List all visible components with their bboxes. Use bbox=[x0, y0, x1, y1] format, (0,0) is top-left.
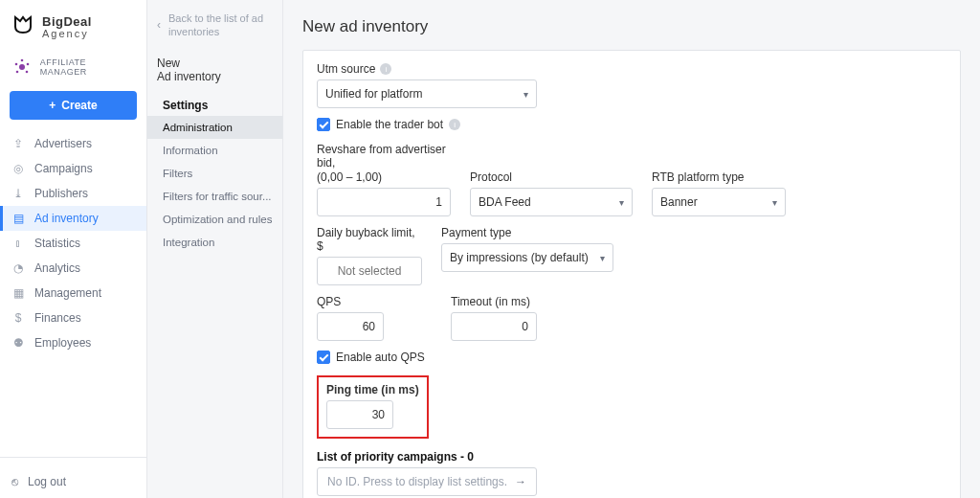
nav-publishers[interactable]: ⤓Publishers bbox=[0, 181, 146, 206]
svg-point-0 bbox=[19, 64, 25, 70]
logout-button[interactable]: ⎋ Log out bbox=[0, 465, 146, 498]
form-card: Utm source i Unified for platform ▾ Enab… bbox=[302, 50, 961, 498]
nav-finances[interactable]: $Finances bbox=[0, 306, 146, 330]
brand: BigDeal Agency bbox=[0, 0, 146, 51]
dollar-icon: $ bbox=[11, 311, 25, 325]
chevron-down-icon: ▾ bbox=[600, 253, 605, 263]
grid-icon: ▦ bbox=[11, 286, 25, 300]
create-label: Create bbox=[61, 99, 97, 112]
protocol-label: Protocol bbox=[470, 170, 633, 184]
rtb-label: RTB platform type bbox=[652, 170, 786, 184]
layers-icon: ▤ bbox=[11, 212, 25, 225]
ping-label: Ping time (in ms) bbox=[326, 383, 419, 396]
buyback-input[interactable] bbox=[317, 257, 422, 285]
ping-input[interactable] bbox=[326, 400, 393, 429]
nav-ad-inventory[interactable]: ▤Ad inventory bbox=[0, 206, 146, 231]
protocol-select[interactable]: BDA Feed ▾ bbox=[470, 188, 633, 216]
arrow-right-icon: → bbox=[515, 475, 526, 488]
sub-sidebar: ‹ Back to the list of ad inventories New… bbox=[147, 0, 283, 498]
sub-integration[interactable]: Integration bbox=[147, 231, 282, 254]
sub-filters[interactable]: Filters bbox=[147, 162, 282, 185]
brand-name: BigDeal bbox=[42, 15, 92, 29]
breadcrumb-group: New Ad inventory bbox=[147, 53, 282, 89]
revshare-input[interactable] bbox=[317, 188, 451, 216]
sub-administration[interactable]: Administration bbox=[147, 116, 282, 139]
priority-label: List of priority campaigns - 0 bbox=[317, 450, 947, 464]
affiliate-badge-icon bbox=[11, 57, 33, 78]
payment-label: Payment type bbox=[441, 226, 613, 239]
utm-select[interactable]: Unified for platform ▾ bbox=[317, 79, 537, 108]
chevron-down-icon: ▾ bbox=[523, 89, 528, 100]
svg-point-1 bbox=[21, 59, 24, 62]
enable-auto-qps-checkbox[interactable] bbox=[317, 351, 330, 364]
payment-select[interactable]: By impressions (by default) ▾ bbox=[441, 243, 613, 272]
revshare-label: Revshare from advertiser bid, (0,00 – 1,… bbox=[317, 143, 451, 184]
timeout-input[interactable] bbox=[451, 312, 537, 341]
nav-advertisers[interactable]: ⇪Advertisers bbox=[0, 131, 146, 156]
nav-campaigns[interactable]: ◎Campaigns bbox=[0, 156, 146, 181]
rtb-select[interactable]: Banner ▾ bbox=[652, 188, 786, 216]
nav-analytics[interactable]: ◔Analytics bbox=[0, 256, 146, 281]
info-icon: i bbox=[449, 119, 460, 130]
nav-employees[interactable]: ⚉Employees bbox=[0, 330, 146, 355]
qps-input[interactable] bbox=[317, 312, 384, 341]
enable-trader-label: Enable the trader bot bbox=[336, 118, 443, 131]
back-link[interactable]: ‹ Back to the list of ad inventories bbox=[147, 11, 282, 53]
brand-logo-icon bbox=[11, 13, 34, 41]
priority-selector[interactable]: No ID. Press to display list settings. → bbox=[317, 467, 537, 496]
chevron-down-icon: ▾ bbox=[772, 197, 777, 208]
buyback-label: Daily buyback limit, $ bbox=[317, 226, 422, 253]
create-button[interactable]: + Create bbox=[10, 91, 137, 120]
sub-optimization[interactable]: Optimization and rules bbox=[147, 208, 282, 231]
timeout-label: Timeout (in ms) bbox=[451, 295, 537, 308]
nav-divider bbox=[0, 457, 146, 458]
users-icon: ⚉ bbox=[11, 336, 25, 350]
utm-label: Utm source i bbox=[317, 62, 537, 76]
plus-icon: + bbox=[49, 99, 56, 112]
download-icon: ⤓ bbox=[11, 187, 25, 200]
main-nav: ⇪Advertisers ◎Campaigns ⤓Publishers ▤Ad … bbox=[0, 131, 146, 449]
nav-statistics[interactable]: ⫾Statistics bbox=[0, 231, 146, 256]
pie-chart-icon: ◔ bbox=[11, 261, 25, 275]
main-content: New ad inventory Utm source i Unified fo… bbox=[283, 0, 980, 498]
chevron-left-icon: ‹ bbox=[157, 18, 161, 34]
qps-label: QPS bbox=[317, 295, 384, 308]
nav-management[interactable]: ▦Management bbox=[0, 281, 146, 306]
brand-sub: Agency bbox=[42, 29, 92, 40]
svg-point-3 bbox=[26, 71, 29, 74]
svg-point-2 bbox=[27, 63, 30, 66]
logout-icon: ⎋ bbox=[11, 475, 18, 488]
target-icon: ◎ bbox=[11, 162, 25, 175]
sub-filters-traffic[interactable]: Filters for traffic sour... bbox=[147, 185, 282, 208]
settings-list: Administration Information Filters Filte… bbox=[147, 116, 282, 254]
info-icon: i bbox=[380, 63, 391, 75]
upload-icon: ⇪ bbox=[11, 137, 25, 150]
sub-information[interactable]: Information bbox=[147, 139, 282, 162]
ping-time-highlight: Ping time (in ms) bbox=[317, 375, 429, 439]
chevron-down-icon: ▾ bbox=[619, 197, 624, 208]
svg-point-5 bbox=[15, 63, 18, 66]
main-sidebar: BigDeal Agency AFFILIATE MANAGER + Creat… bbox=[0, 0, 147, 498]
bar-chart-icon: ⫾ bbox=[11, 237, 25, 250]
page-title: New ad inventory bbox=[302, 17, 961, 36]
svg-point-4 bbox=[16, 71, 19, 74]
enable-auto-qps-label: Enable auto QPS bbox=[336, 351, 425, 364]
enable-trader-checkbox[interactable] bbox=[317, 118, 330, 131]
settings-header: Settings bbox=[147, 89, 282, 116]
role-row: AFFILIATE MANAGER bbox=[0, 51, 146, 87]
role-label: AFFILIATE MANAGER bbox=[40, 57, 135, 77]
